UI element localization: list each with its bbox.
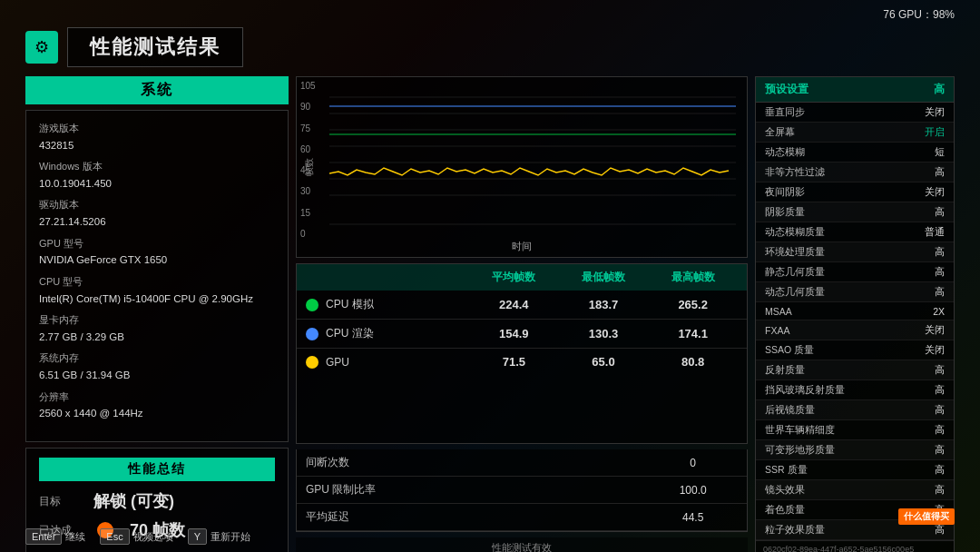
list-item: 可变形地形质量 高: [756, 440, 954, 460]
chart-x-label: 时间: [512, 240, 532, 253]
panel-header: ⚙ 性能测试结果: [25, 27, 955, 67]
fps-chart: 1059075604530150: [296, 76, 748, 258]
list-item: 静态几何质量 高: [756, 262, 954, 282]
list-item: 环境处理质量 高: [756, 242, 954, 262]
color-dot: [306, 328, 318, 340]
left-panel: 系统 游戏版本432815Windows 版本10.0.19041.450驱动版…: [25, 76, 289, 552]
list-item: 动态模糊质量 普通: [756, 222, 954, 242]
stats-header-cell: [306, 270, 469, 285]
extra-stat-row: GPU 限制比率 100.0: [297, 477, 747, 504]
stats-header-cell: 最高帧数: [648, 270, 738, 285]
list-item: 垂直同步 关闭: [756, 103, 954, 123]
stats-header-cell: 最低帧数: [559, 270, 649, 285]
bottom-key[interactable]: Enter 继续: [25, 528, 85, 545]
info-row: GPU 型号NVIDIA GeForce GTX 1650: [39, 235, 275, 270]
chart-svg: [329, 84, 736, 250]
bottom-key[interactable]: Y 重新开始: [188, 528, 250, 545]
system-section-header: 系统: [25, 76, 289, 104]
page-title: 性能测试结果: [67, 27, 243, 67]
color-dot: [306, 299, 318, 311]
list-item: 镜头效果 高: [756, 480, 954, 500]
list-item: SSAO 质量 关闭: [756, 340, 954, 360]
list-item: 全屏幕 开启: [756, 123, 954, 143]
list-item: FXAA 关闭: [756, 320, 954, 340]
stats-header: 平均帧数最低帧数最高帧数: [297, 264, 747, 291]
list-item: 后视镜质量 高: [756, 400, 954, 420]
list-item: 夜间阴影 关闭: [756, 182, 954, 202]
settings-header-value: 高: [934, 82, 945, 97]
main-panel: ⚙ 性能测试结果 系统 游戏版本432815Windows 版本10.0.190…: [25, 27, 955, 519]
settings-header: 预设设置 高: [756, 77, 954, 103]
color-dot: [306, 356, 318, 369]
info-row: Windows 版本10.0.19041.450: [39, 158, 275, 192]
list-item: 非等方性过滤 高: [756, 163, 954, 182]
table-row: CPU 渲染 154.9 130.3 174.1: [297, 320, 747, 349]
wzd-logo: 什么值得买: [898, 508, 955, 525]
table-row: CPU 模拟 224.4 183.7 265.2: [297, 291, 747, 320]
watermark: 什么值得买: [898, 508, 955, 525]
list-item: 挡风玻璃反射质量 高: [756, 380, 954, 400]
middle-panel: 1059075604530150: [296, 76, 748, 552]
target-label: 目标: [39, 494, 84, 509]
gpu-indicator: 76 GPU：98%: [883, 7, 955, 23]
bottom-bar: Enter 继续 Esc 视频选项 Y 重新开始: [25, 528, 955, 545]
stats-rows: CPU 模拟 224.4 183.7 265.2 CPU 渲染 154.9 13…: [297, 291, 747, 375]
perf-section-header: 性能总结: [39, 458, 275, 481]
chart-y-label: 帧数: [303, 158, 316, 176]
stats-table: 平均帧数最低帧数最高帧数 CPU 模拟 224.4 183.7 265.2 CP…: [296, 263, 748, 444]
gear-icon: ⚙: [25, 31, 58, 64]
extra-stats: 间断次数 0 GPU 限制比率 100.0 平均延迟 44.5: [296, 449, 748, 532]
settings-header-label: 预设设置: [765, 82, 934, 97]
list-item: 反射质量 高: [756, 360, 954, 380]
settings-panel: 预设设置 高 垂直同步 关闭 全屏幕 开启 动态模糊 短 非等方性过滤 高 夜间…: [755, 76, 955, 552]
extra-stat-row: 平均延迟 44.5: [297, 504, 747, 531]
info-row: 驱动版本27.21.14.5206: [39, 196, 275, 231]
list-item: MSAA 2X: [756, 302, 954, 320]
list-item: 世界车辆精细度 高: [756, 420, 954, 440]
info-row: 分辨率2560 x 1440 @ 144Hz: [39, 389, 275, 423]
stats-header-cell: 平均帧数: [469, 270, 559, 285]
gpu-label: 76 GPU：98%: [883, 7, 955, 23]
list-item: 动态几何质量 高: [756, 282, 954, 302]
extra-stat-row: 间断次数 0: [297, 449, 747, 477]
bottom-key[interactable]: Esc 视频选项: [100, 528, 172, 545]
settings-list: 垂直同步 关闭 全屏幕 开启 动态模糊 短 非等方性过滤 高 夜间阴影 关闭 阴…: [756, 103, 954, 540]
list-item: 动态模糊 短: [756, 143, 954, 163]
table-row: GPU 71.5 65.0 80.8: [297, 349, 747, 375]
info-row: 游戏版本432815: [39, 120, 275, 154]
target-value: 解锁 (可变): [93, 490, 174, 512]
list-item: 阴影质量 高: [756, 202, 954, 222]
system-info-box: 游戏版本432815Windows 版本10.0.19041.450驱动版本27…: [25, 110, 289, 442]
list-item: SSR 质量 高: [756, 460, 954, 480]
info-row: 系统内存6.51 GB / 31.94 GB: [39, 350, 275, 384]
info-row: 显卡内存2.77 GB / 3.29 GB: [39, 311, 275, 346]
content-area: 系统 游戏版本432815Windows 版本10.0.19041.450驱动版…: [25, 76, 955, 552]
target-row: 目标 解锁 (可变): [39, 490, 275, 512]
info-row: CPU 型号Intel(R) Core(TM) i5-10400F CPU @ …: [39, 273, 275, 308]
